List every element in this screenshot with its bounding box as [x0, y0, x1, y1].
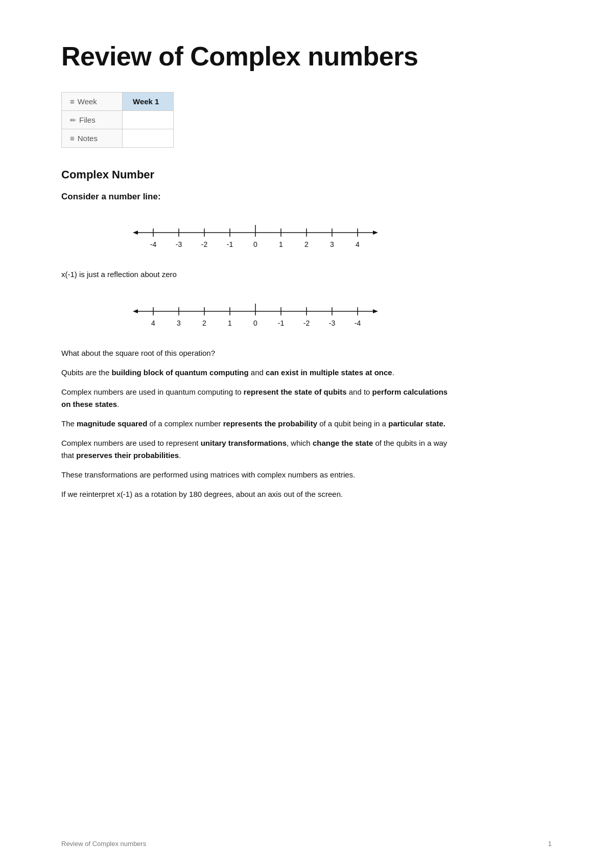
- number-line-1-svg: -4 -3 -2 -1 0 1 2 3 4: [123, 217, 388, 253]
- table-row: ≡ Notes: [61, 129, 174, 148]
- svg-text:0: 0: [253, 319, 257, 327]
- page-title: Review of Complex numbers: [61, 41, 450, 72]
- svg-text:2: 2: [202, 319, 206, 327]
- svg-text:3: 3: [177, 319, 181, 327]
- svg-text:2: 2: [304, 240, 309, 248]
- svg-text:4: 4: [356, 240, 360, 248]
- svg-text:-3: -3: [176, 240, 182, 248]
- svg-text:1: 1: [279, 240, 283, 248]
- svg-marker-2: [133, 231, 138, 235]
- svg-text:1: 1: [228, 319, 232, 327]
- footer-label: Review of Complex numbers: [61, 840, 146, 848]
- number-line-1: -4 -3 -2 -1 0 1 2 3 4: [61, 217, 450, 253]
- svg-text:-1: -1: [278, 319, 285, 327]
- footer-page: 1: [548, 840, 552, 848]
- number-line-2-svg: 4 3 2 1 0 -1 -2 -3 -4: [123, 296, 388, 332]
- svg-text:4: 4: [151, 319, 155, 327]
- svg-text:-2: -2: [303, 319, 310, 327]
- paragraph-7: If we reinterpret x(-1) as a rotation by…: [61, 488, 450, 500]
- svg-text:-3: -3: [329, 319, 336, 327]
- table-row: ≡ Week Week 1: [61, 92, 174, 111]
- notes-value-cell[interactable]: [123, 129, 174, 148]
- section-heading: Complex Number: [61, 168, 450, 181]
- svg-text:0: 0: [253, 240, 257, 248]
- table-row: ✏ Files: [61, 111, 174, 129]
- file-icon: ✏: [70, 116, 76, 124]
- week-value: Week 1: [133, 97, 159, 106]
- files-label: Files: [79, 116, 96, 124]
- week-label: Week: [78, 97, 97, 106]
- paragraph-1: What about the square root of this opera…: [61, 347, 450, 359]
- svg-text:-4: -4: [355, 319, 361, 327]
- paragraph-2: Qubits are the building block of quantum…: [61, 367, 450, 379]
- week-label-cell: ≡ Week: [61, 92, 123, 111]
- svg-marker-23: [133, 309, 138, 313]
- caption-1: x(-1) is just a reflection about zero: [61, 268, 450, 281]
- info-table: ≡ Week Week 1 ✏ Files ≡ Notes: [61, 92, 174, 148]
- svg-text:-4: -4: [150, 240, 157, 248]
- sub-heading: Consider a number line:: [61, 192, 450, 202]
- svg-text:-2: -2: [201, 240, 208, 248]
- paragraph-4: The magnitude squared of a complex numbe…: [61, 418, 450, 430]
- number-line-2: 4 3 2 1 0 -1 -2 -3 -4: [61, 296, 450, 332]
- paragraph-5: Complex numbers are used to represent un…: [61, 437, 450, 462]
- svg-marker-1: [373, 231, 378, 235]
- svg-text:3: 3: [330, 240, 334, 248]
- svg-text:-1: -1: [227, 240, 233, 248]
- svg-marker-22: [373, 309, 378, 313]
- notes-label-cell: ≡ Notes: [61, 129, 123, 148]
- page-footer: Review of Complex numbers 1: [61, 840, 552, 848]
- notes-label: Notes: [78, 134, 98, 143]
- files-label-cell: ✏ Files: [61, 111, 123, 129]
- paragraph-6: These transformations are performed usin…: [61, 469, 450, 481]
- list-icon: ≡: [70, 97, 75, 106]
- paragraph-3: Complex numbers are used in quantum comp…: [61, 386, 450, 410]
- notes-list-icon: ≡: [70, 134, 75, 143]
- files-value-cell[interactable]: [123, 111, 174, 129]
- week-value-cell[interactable]: Week 1: [123, 92, 174, 111]
